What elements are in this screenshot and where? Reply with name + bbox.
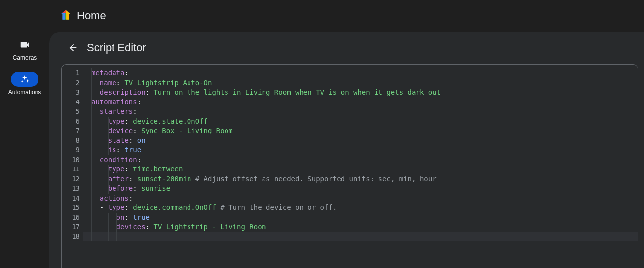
line-number: 16 [62, 213, 80, 223]
nav-item-automations[interactable]: Automations [0, 70, 49, 99]
code-area[interactable]: metadata: name: TV Lightstrip Auto-On de… [83, 65, 638, 268]
line-number: 2 [62, 78, 80, 88]
code-line[interactable]: actions: [83, 194, 638, 203]
nav-rail: Cameras Automations [0, 32, 49, 268]
code-line[interactable]: description: Turn on the lights in Livin… [83, 88, 638, 98]
home-logo-icon [59, 8, 72, 23]
line-number: 17 [62, 222, 80, 232]
brand[interactable]: Home [59, 8, 106, 23]
line-number: 14 [62, 194, 80, 203]
line-number-gutter: 123456789101112131415161718 [62, 65, 83, 268]
line-number: 13 [62, 184, 80, 194]
line-number: 3 [62, 88, 80, 98]
code-line[interactable]: state: on [83, 136, 638, 146]
code-line[interactable]: is: true [83, 145, 638, 155]
code-line[interactable]: on: true [83, 213, 638, 223]
code-line[interactable]: name: TV Lightstrip Auto-On [83, 78, 638, 88]
code-line[interactable]: type: time.between [83, 165, 638, 174]
code-line[interactable]: devices: TV Lightstrip - Living Room [83, 222, 638, 232]
brand-title: Home [77, 9, 106, 22]
back-button[interactable] [67, 42, 79, 54]
code-line[interactable]: - type: device.command.OnOff # Turn the … [83, 203, 638, 213]
script-editor[interactable]: 123456789101112131415161718 metadata: na… [61, 64, 638, 268]
code-line[interactable]: starters: [83, 107, 638, 117]
line-number: 15 [62, 203, 80, 213]
camera-icon [11, 37, 38, 52]
panel-header: Script Editor [49, 32, 644, 64]
main-panel: Script Editor 12345678910111213141516171… [49, 32, 644, 268]
nav-item-cameras[interactable]: Cameras [0, 35, 49, 64]
line-number: 7 [62, 126, 80, 136]
code-line[interactable] [83, 232, 638, 242]
line-number: 5 [62, 107, 80, 117]
code-line[interactable]: condition: [83, 155, 638, 165]
code-line[interactable]: automations: [83, 98, 638, 107]
code-line[interactable]: type: device.state.OnOff [83, 117, 638, 127]
line-number: 12 [62, 174, 80, 184]
code-line[interactable]: metadata: [83, 68, 638, 78]
line-number: 11 [62, 165, 80, 174]
line-number: 1 [62, 68, 80, 78]
code-line[interactable]: device: Sync Box - Living Room [83, 126, 638, 136]
line-number: 4 [62, 98, 80, 107]
code-line[interactable]: after: sunset-200min # Adjust offset as … [83, 174, 638, 184]
line-number: 10 [62, 155, 80, 165]
code-line[interactable]: before: sunrise [83, 184, 638, 194]
sparkle-icon [11, 72, 38, 87]
nav-item-label: Cameras [13, 54, 37, 61]
nav-item-label: Automations [8, 89, 41, 96]
line-number: 6 [62, 117, 80, 127]
app-header: Home [0, 0, 644, 32]
arrow-back-icon [68, 42, 78, 53]
panel-title: Script Editor [87, 41, 146, 54]
line-number: 18 [62, 232, 80, 242]
line-number: 8 [62, 136, 80, 146]
line-number: 9 [62, 145, 80, 155]
